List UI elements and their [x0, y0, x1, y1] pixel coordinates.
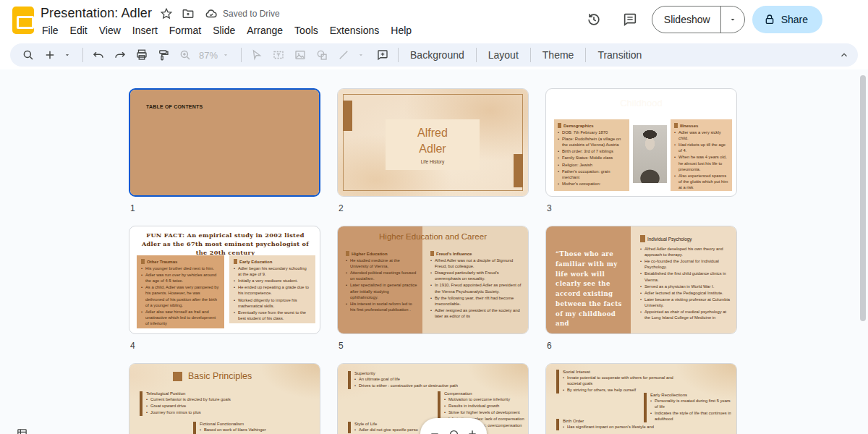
insert-line-icon[interactable] [334, 46, 353, 64]
menu-insert[interactable]: Insert [127, 23, 163, 38]
zoom-in-icon[interactable] [176, 46, 195, 64]
zoom-dropdown[interactable] [216, 46, 235, 64]
slide-thumbnail-2[interactable]: Alfred Adler Life History [337, 88, 529, 197]
new-slide-button[interactable] [41, 46, 59, 64]
slide7-title: Basic Principles [188, 371, 252, 381]
slide-thumbnail-6[interactable]: “Those who are familiar with my life wor… [545, 226, 737, 334]
slide2-accent-bar-right [514, 154, 523, 187]
slide3-illnesses-box: Illnesses Adler was a very sickly child.… [671, 119, 732, 191]
line-dropdown[interactable] [352, 46, 370, 64]
slide2-title: Alfred Adler [417, 125, 448, 156]
bullet-item: Eventually rose from the worst to the be… [234, 310, 311, 321]
slide7-fictional-section: Fictional Functionalism Based on work of… [193, 422, 309, 434]
slide-number-6: 6 [547, 341, 552, 351]
slide-thumbnail-7[interactable]: Basic Principles Teleological Position C… [129, 363, 320, 434]
slide3-title: Childhood [546, 98, 736, 109]
star-icon[interactable] [159, 7, 174, 21]
theme-button[interactable]: Theme [535, 46, 582, 64]
background-button[interactable]: Background [403, 46, 472, 64]
slide-grid-view: TABLE OF CONTENTS 1 Alfred Adler Life Hi… [0, 69, 868, 434]
menu-arrange[interactable]: Arrange [241, 23, 289, 38]
bullet-item: Place: Rudolfshein (a village on the out… [558, 136, 626, 148]
bullet-item: Adler was a very sickly child. [674, 129, 728, 141]
bullet-item: Father's occupation: grain merchant [558, 169, 626, 180]
zoom-out-button[interactable] [427, 427, 442, 434]
search-menus-icon[interactable] [19, 46, 38, 64]
slideshow-button[interactable]: Slideshow [652, 7, 721, 33]
slide9-birth-order-section: Birth Order Has significant impact on pe… [556, 419, 679, 430]
comments-icon[interactable] [616, 5, 644, 34]
menu-file[interactable]: File [36, 23, 64, 38]
slide1-title: TABLE OF CONTENTS [146, 104, 203, 109]
slides-logo[interactable] [12, 7, 34, 34]
slide9-social-interest-section: Social Interest Innate potential to coop… [556, 370, 686, 393]
menu-edit[interactable]: Edit [64, 23, 93, 38]
slide9-birth-order-list: Has significant impact on person's lifes… [563, 424, 679, 430]
slide-thumbnail-3[interactable]: Childhood Demographics DOB: 7th February… [545, 88, 737, 197]
slide4-early-education-box: Early Education Adler began his secondar… [229, 255, 315, 323]
document-title[interactable]: Presentation: Adler [41, 6, 152, 21]
bullet-item: Mother's occupation: [558, 181, 626, 187]
adler-portrait-photo [633, 125, 667, 183]
menu-help[interactable]: Help [385, 23, 417, 38]
slide-thumbnail-9[interactable]: Social Interest Innate potential to coop… [545, 363, 737, 434]
title-square-icon [173, 372, 182, 381]
bullet-item: Established the first child guidance cli… [640, 271, 732, 282]
menubar: File Edit View Insert Format Slide Arran… [36, 23, 417, 38]
vertical-scrollbar[interactable] [860, 75, 866, 321]
select-tool-icon[interactable] [247, 46, 266, 64]
bullet-item: Religion: Jewish [558, 162, 626, 168]
bullet-item: Innate potential to cooperate with other… [563, 375, 686, 386]
slide-thumbnail-4[interactable]: FUN FACT: An empirical study in 2002 lis… [129, 226, 320, 334]
menu-view[interactable]: View [93, 23, 127, 38]
text-box-icon[interactable] [269, 46, 288, 64]
zoom-in-button[interactable] [465, 427, 480, 434]
saved-status[interactable]: Saved to Drive [204, 7, 280, 21]
slide4-early-education-list: Adler began his secondary schooling at t… [234, 265, 311, 321]
bullet-item: In 1910, Freud appointed Adler as presid… [430, 282, 523, 294]
slide-thumbnail-1[interactable]: TABLE OF CONTENTS [129, 88, 320, 197]
menu-extensions[interactable]: Extensions [324, 23, 385, 38]
lock-icon [764, 14, 775, 25]
slide-number-5: 5 [339, 341, 344, 351]
menu-tools[interactable]: Tools [289, 23, 324, 38]
menu-format[interactable]: Format [163, 23, 207, 38]
new-slide-dropdown[interactable] [58, 46, 77, 64]
print-icon[interactable] [132, 46, 151, 64]
grid-view-icon[interactable] [16, 427, 28, 434]
paint-format-icon[interactable] [154, 46, 173, 64]
move-folder-icon[interactable] [181, 7, 195, 21]
slide-thumbnail-5[interactable]: Higher Education and Career Higher Educa… [337, 226, 529, 334]
slide6-individual-psychology-box: Individual Psychology Alfred Adler devel… [640, 235, 732, 321]
hide-menus-icon[interactable] [839, 50, 849, 60]
bullet-item: Appointed as chair of medical psychology… [640, 309, 732, 320]
app-header: Presentation: Adler Saved to Drive File … [0, 0, 868, 41]
bullet-square-icon [234, 259, 237, 264]
insert-shape-icon[interactable] [312, 46, 331, 64]
insert-comment-icon[interactable] [373, 46, 392, 64]
bullet-item: Family Status: Middle class [558, 155, 626, 161]
bullet-square-icon [640, 235, 645, 242]
layout-button[interactable]: Layout [481, 46, 526, 64]
toolbar: 87% Background Layout Theme Transition [10, 43, 858, 67]
share-button[interactable]: Share [752, 6, 822, 33]
bullet-item: Adler began his secondary schooling at t… [234, 265, 311, 277]
redo-button[interactable] [111, 46, 129, 64]
transition-button[interactable]: Transition [590, 46, 649, 64]
bullet-item: His interest in social reform led to his… [346, 301, 418, 312]
menu-slide[interactable]: Slide [207, 23, 241, 38]
slideshow-dropdown[interactable] [721, 7, 744, 33]
zoom-reset-icon[interactable] [446, 427, 461, 434]
undo-button[interactable] [89, 46, 108, 64]
version-history-icon[interactable] [579, 5, 608, 34]
bullet-item: Had rickets up till the age of 4. [674, 142, 728, 153]
bullet-item: Journey from minus to plus [146, 409, 270, 415]
cloud-check-icon [204, 7, 218, 21]
bullet-item: Results in individual growth [444, 403, 524, 409]
bullet-square-icon [141, 259, 145, 264]
insert-image-icon[interactable] [291, 46, 310, 64]
bullet-item: He studied medicine at the University of… [346, 258, 418, 269]
slide-number-1: 1 [130, 203, 135, 213]
slide-number-4: 4 [130, 341, 135, 351]
bullet-item: His younger brother died next to him. [141, 265, 220, 271]
